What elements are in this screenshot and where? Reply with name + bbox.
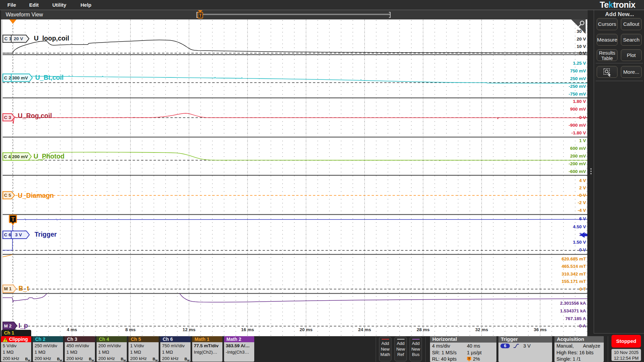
svg-text:C 5: C 5 bbox=[4, 193, 11, 198]
svg-text:C 2: C 2 bbox=[4, 75, 11, 80]
svg-text:T: T bbox=[199, 13, 202, 18]
svg-text:C 1: C 1 bbox=[4, 36, 12, 41]
svg-text:20 V: 20 V bbox=[14, 36, 23, 41]
svg-text:300 mV: 300 mV bbox=[12, 75, 28, 80]
svg-text:C 3: C 3 bbox=[4, 115, 11, 120]
svg-text:!: ! bbox=[5, 338, 6, 342]
svg-text:M 1: M 1 bbox=[4, 286, 12, 291]
svg-text:T: T bbox=[468, 357, 470, 360]
svg-text:C 4: C 4 bbox=[4, 154, 11, 159]
svg-text:200 mV: 200 mV bbox=[12, 154, 28, 159]
svg-text:M 2: M 2 bbox=[4, 323, 12, 328]
svg-text:C 6: C 6 bbox=[4, 232, 11, 237]
svg-text:3 V: 3 V bbox=[15, 232, 22, 237]
